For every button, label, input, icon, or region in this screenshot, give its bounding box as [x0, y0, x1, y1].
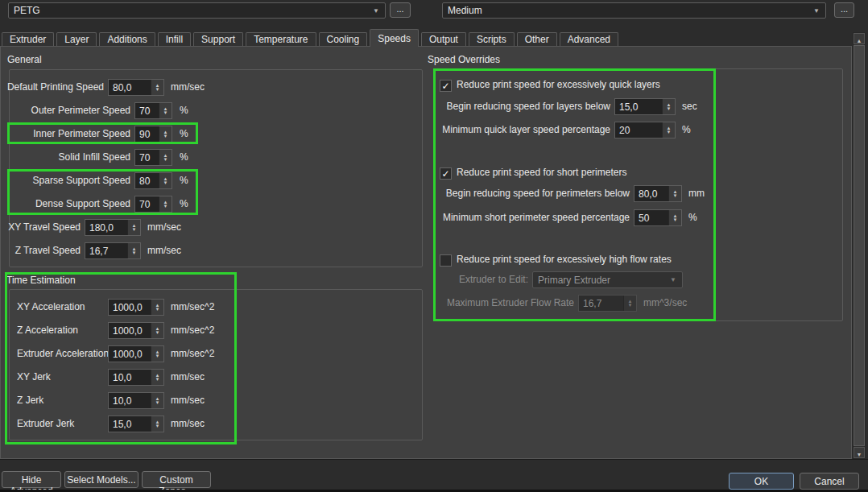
layers-below-input[interactable]: 15,0 ▲▼ [614, 98, 676, 115]
max-extruder-flow-rate-input: 16,7 ▲▼ [578, 295, 637, 312]
spin-down-icon: ▼ [155, 354, 160, 358]
tab-scripts[interactable]: Scripts [469, 32, 515, 46]
form-row: ✓ Reduce print speed for excessively qui… [1, 78, 851, 95]
form-row: Minimum quick layer speed percentage 20 … [1, 122, 851, 139]
quality-profile-dropdown[interactable]: Medium ▼ [442, 2, 826, 19]
solid-infill-speed-input[interactable]: 70 ▲▼ [134, 149, 172, 166]
tab-support[interactable]: Support [193, 32, 243, 46]
spin-down-icon: ▼ [155, 331, 160, 335]
spin-down-icon: ▼ [667, 130, 672, 134]
scroll-down-icon: ▼ [857, 452, 862, 457]
tab-other[interactable]: Other [517, 32, 557, 46]
spinner-buttons[interactable]: ▲▼ [668, 210, 681, 225]
cancel-button[interactable]: Cancel [800, 473, 859, 490]
vertical-scrollbar[interactable]: ▲ ▼ [853, 32, 866, 459]
form-row: Maximum Extruder Flow Rate 16,7 ▲▼ mm^3/… [1, 295, 851, 312]
tab-cooling[interactable]: Cooling [319, 32, 368, 46]
tab-temperature[interactable]: Temperature [246, 32, 316, 46]
tab-speeds[interactable]: Speeds [370, 29, 419, 47]
scrollbar-thumb[interactable] [854, 45, 865, 446]
scroll-down-button[interactable]: ▼ [854, 447, 865, 458]
tab-advanced[interactable]: Advanced [560, 32, 618, 46]
form-row: Begin reducing speed for layers below 15… [1, 98, 851, 115]
z-jerk-input[interactable]: 10,0 ▲▼ [108, 392, 164, 409]
tab-infill[interactable]: Infill [158, 32, 191, 46]
form-row: Z Jerk 10,0 ▲▼ mm/sec [1, 392, 851, 409]
quality-profile-value: Medium [443, 5, 808, 16]
tab-additions[interactable]: Additions [99, 32, 155, 46]
form-row: Minimum short perimeter speed percentage… [1, 209, 851, 226]
caret-down-icon: ▼ [808, 7, 825, 14]
extruder-acceleration-input[interactable]: 1000,0 ▲▼ [108, 345, 164, 362]
settings-tab-bar: Extruder Layer Additions Infill Support … [2, 32, 618, 46]
spin-down-icon: ▼ [155, 401, 160, 405]
quick-layer-percentage-input[interactable]: 20 ▲▼ [614, 122, 676, 139]
form-row: Begin reducing speed for perimeters belo… [1, 185, 851, 202]
spinner-buttons[interactable]: ▲▼ [662, 122, 675, 138]
tab-extruder[interactable]: Extruder [2, 32, 54, 46]
spin-down-icon: ▼ [155, 424, 160, 428]
tab-output[interactable]: Output [421, 32, 466, 46]
quick-layers-checkbox[interactable]: ✓ [440, 80, 452, 92]
spin-down-icon: ▼ [667, 107, 672, 111]
spin-down-icon: ▼ [132, 228, 137, 232]
spin-down-icon: ▼ [155, 378, 160, 382]
extruder-to-edit-dropdown: Primary Extruder ▼ [532, 271, 683, 288]
process-profile-dropdown[interactable]: PETG ▼ [8, 2, 386, 19]
form-row: Extruder to Edit: Primary Extruder ▼ [1, 271, 851, 288]
spin-down-icon: ▼ [673, 194, 678, 198]
short-perimeters-checkbox[interactable]: ✓ [440, 167, 452, 180]
spinner-buttons[interactable]: ▲▼ [159, 150, 172, 165]
form-row: Extruder Jerk 15,0 ▲▼ mm/sec [1, 416, 851, 432]
spin-down-icon: ▼ [628, 304, 633, 308]
form-row: ✓ Reduce print speed for short perimeter… [1, 166, 851, 183]
dialog-footer: Hide Advanced Select Models... Custom Zo… [0, 459, 868, 492]
spin-down-icon: ▼ [163, 158, 168, 162]
spinner-buttons[interactable]: ▲▼ [151, 323, 163, 338]
checkmark-icon: ✓ [441, 81, 449, 92]
xy-jerk-input[interactable]: 10,0 ▲▼ [108, 369, 164, 386]
custom-zones-button[interactable]: Custom Zones... [142, 471, 211, 488]
spin-down-icon: ▼ [673, 218, 678, 222]
form-row: Solid Infill Speed 70 ▲▼ % [1, 149, 851, 166]
z-acceleration-input[interactable]: 1000,0 ▲▼ [108, 322, 164, 339]
high-flow-checkbox[interactable] [440, 254, 452, 267]
checkmark-icon: ✓ [441, 168, 449, 180]
quality-profile-more-button[interactable]: ... [834, 2, 854, 18]
spinner-buttons[interactable]: ▲▼ [662, 99, 675, 114]
perimeters-below-input[interactable]: 80,0 ▲▼ [634, 185, 682, 202]
form-row: Extruder Acceleration 1000,0 ▲▼ mm/sec^2 [1, 345, 851, 362]
speed-overrides-section-title: Speed Overrides [428, 54, 500, 65]
hide-advanced-button[interactable]: Hide Advanced [2, 471, 61, 488]
select-models-button[interactable]: Select Models... [64, 471, 138, 488]
scroll-up-button[interactable]: ▲ [854, 33, 865, 44]
process-settings-window: { "header": { "profile_left": "PETG", "p… [0, 0, 868, 492]
caret-down-icon: ▼ [367, 7, 385, 14]
form-row: XY Jerk 10,0 ▲▼ mm/sec [1, 369, 851, 386]
spinner-buttons[interactable]: ▲▼ [151, 370, 163, 385]
general-section-title: General [7, 54, 42, 65]
spinner-buttons[interactable]: ▲▼ [151, 346, 163, 362]
spinner-buttons[interactable]: ▲▼ [151, 393, 163, 408]
form-row: Z Acceleration 1000,0 ▲▼ mm/sec^2 [1, 322, 851, 339]
process-profile-more-button[interactable]: ... [390, 2, 411, 18]
short-perimeter-percentage-input[interactable]: 50 ▲▼ [634, 209, 682, 226]
spinner-buttons: ▲▼ [623, 296, 636, 311]
ok-button[interactable]: OK [729, 473, 794, 490]
spinner-buttons[interactable]: ▲▼ [668, 186, 681, 201]
speeds-tab-pane: General Default Printing Speed 80,0 ▲▼ m… [0, 46, 852, 459]
process-profile-value: PETG [9, 5, 367, 16]
spinner-buttons[interactable]: ▲▼ [151, 416, 163, 432]
form-row: Reduce print speed for excessively high … [1, 253, 851, 270]
scroll-up-icon: ▲ [857, 38, 862, 43]
tab-layer[interactable]: Layer [56, 32, 97, 46]
spin-down-icon: ▼ [163, 205, 168, 209]
caret-down-icon: ▼ [664, 276, 682, 283]
extruder-jerk-input[interactable]: 15,0 ▲▼ [108, 416, 164, 432]
